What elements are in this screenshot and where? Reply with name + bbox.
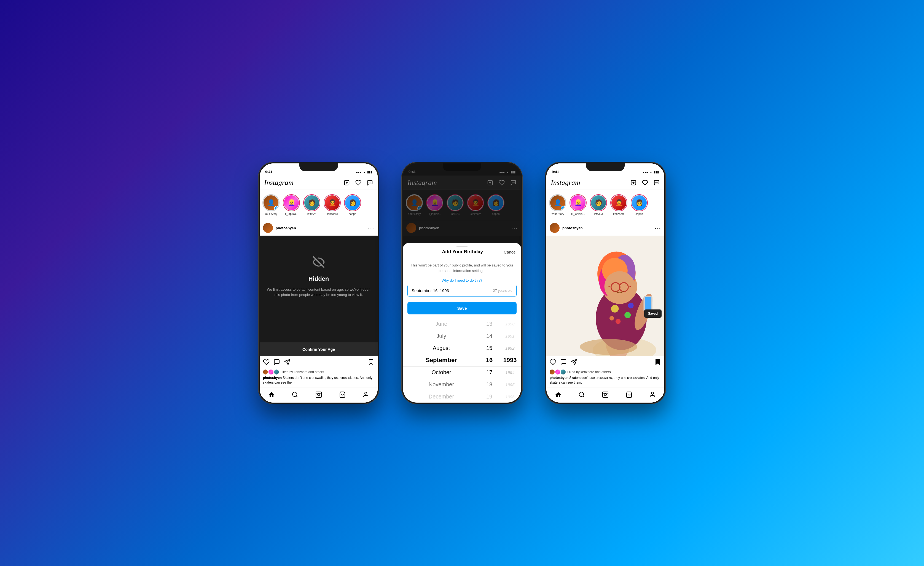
your-story-label-1: Your Story <box>265 213 277 216</box>
profile-nav-1[interactable] <box>363 391 369 399</box>
month-june: June <box>403 318 480 330</box>
svg-point-26 <box>624 312 631 318</box>
story-2-1[interactable]: 👱‍♀️ lil_lapısla... <box>283 194 300 216</box>
messenger-icon-3[interactable] <box>653 180 660 186</box>
profile-nav-3[interactable] <box>649 391 656 399</box>
heart-icon-1[interactable] <box>355 180 362 186</box>
like-av-3-2 <box>555 370 560 374</box>
comment-icon-1[interactable] <box>273 359 280 367</box>
reels-nav-3[interactable] <box>602 391 609 399</box>
reels-nav-1[interactable] <box>315 391 322 399</box>
month-picker[interactable]: June July August September October Novem… <box>403 318 480 403</box>
phones-container: 9:41 ●●● ▲ ▮▮▮ Instagram <box>258 162 666 404</box>
date-picker[interactable]: June July August September October Novem… <box>403 318 521 403</box>
phone-1: 9:41 ●●● ▲ ▮▮▮ Instagram <box>258 162 379 404</box>
svg-point-28 <box>628 302 634 308</box>
story-label-3-1: lofti323 <box>308 213 316 216</box>
heart-icon-3[interactable] <box>642 180 648 186</box>
svg-point-7 <box>292 392 297 397</box>
ig-logo-3: Instagram <box>551 178 580 187</box>
post-likes-3: Liked by kenzoere and others <box>546 370 664 374</box>
add-icon-3[interactable] <box>630 180 637 186</box>
story-2-3[interactable]: 👱‍♀️ lil_lapısla... <box>570 194 586 216</box>
ig-header-icons-1 <box>344 180 373 186</box>
story-4-1[interactable]: 🧑‍🦱 kenzoere <box>324 194 341 216</box>
post-more-3[interactable]: ··· <box>655 225 661 231</box>
share-icon-3[interactable] <box>571 359 577 367</box>
notch-3 <box>586 163 625 171</box>
ig-header-3: Instagram <box>546 175 664 190</box>
share-icon-1[interactable] <box>284 359 291 367</box>
status-icons-3: ●●● ▲ ▮▮▮ <box>642 170 659 174</box>
day-picker[interactable]: 13 14 15 16 17 18 19 <box>480 318 499 403</box>
save-btn[interactable]: Save <box>407 302 517 314</box>
year-1990: 1990 <box>499 318 521 330</box>
post-more-1[interactable]: ··· <box>368 225 374 231</box>
likes-text-3: Liked by kenzoere and others <box>567 370 610 374</box>
like-av-3-1 <box>550 370 555 374</box>
shop-nav-1[interactable] <box>339 391 346 399</box>
story-your-1[interactable]: 👤 + Your Story <box>262 194 279 216</box>
day-15: 15 <box>480 342 499 354</box>
your-story-avatar-3: 👤 + <box>549 194 566 211</box>
like-icon-1[interactable] <box>263 359 270 367</box>
like-icon-3[interactable] <box>550 359 556 367</box>
post-username-3: photosbyen <box>562 226 652 230</box>
year-1993: 1993 <box>499 354 521 366</box>
story-img-4-1: 🧑‍🦱 <box>325 195 340 210</box>
svg-rect-50 <box>603 392 608 397</box>
add-icon-1[interactable] <box>344 180 350 186</box>
likes-text-1: Liked by kenzoere and others <box>280 370 324 374</box>
save-icon-3[interactable] <box>654 359 661 367</box>
year-picker[interactable]: 1990 1991 1992 1993 1994 1995 1996 <box>499 318 521 403</box>
wifi-icon-3: ▲ <box>650 171 652 174</box>
story-avatar-5-1: 👩 <box>344 194 361 211</box>
svg-point-51 <box>604 394 606 396</box>
svg-line-49 <box>583 396 584 397</box>
like-avatars-1 <box>263 370 279 374</box>
svg-point-14 <box>365 392 367 394</box>
search-nav-3[interactable] <box>578 391 585 399</box>
day-14: 14 <box>480 330 499 342</box>
svg-point-55 <box>651 392 654 394</box>
story-3-1[interactable]: 🧑 lofti323 <box>303 194 320 216</box>
comment-icon-3[interactable] <box>560 359 567 367</box>
status-time-1: 9:41 <box>265 170 272 174</box>
story-img-2-3: 👱‍♀️ <box>571 195 585 210</box>
phone-2: 9:41 ●●● ▲ ▮▮▮ Instagram <box>401 162 523 404</box>
save-icon-1[interactable] <box>368 359 374 367</box>
sheet-cancel[interactable]: Cancel <box>504 250 517 255</box>
svg-point-10 <box>318 394 320 396</box>
home-nav-1[interactable] <box>268 391 275 399</box>
story-5-1[interactable]: 👩 sapph <box>344 194 361 216</box>
like-av-3-3 <box>561 370 566 374</box>
sheet-link[interactable]: Why do I need to do this? <box>403 279 521 283</box>
stories-row-3: 👤 + Your Story 👱‍♀️ lil_lapısla... 🧑 lof <box>546 190 664 220</box>
like-av-2 <box>268 370 273 374</box>
messenger-icon-1[interactable] <box>367 180 373 186</box>
confirm-bar[interactable]: Confirm Your Age <box>260 342 378 356</box>
day-18: 18 <box>480 378 499 391</box>
sheet-title: Add Your Birthday <box>421 249 504 255</box>
confirm-age-btn[interactable]: Confirm Your Age <box>302 345 335 354</box>
bottom-nav-1 <box>260 387 378 403</box>
story-4-3[interactable]: 🧑‍🦱 kenzoere <box>610 194 627 216</box>
ig-logo-1: Instagram <box>264 178 294 187</box>
month-october: October <box>403 366 480 378</box>
shop-nav-3[interactable] <box>626 391 632 399</box>
saved-toast: Saved <box>644 310 662 318</box>
story-label-5-1: sapph <box>349 213 356 216</box>
story-your-3[interactable]: 👤 + Your Story <box>549 194 566 216</box>
story-5-3[interactable]: 👩 sapph <box>631 194 648 216</box>
svg-point-25 <box>611 305 619 313</box>
search-nav-1[interactable] <box>292 391 298 399</box>
month-november: November <box>403 378 480 391</box>
story-3-3[interactable]: 🧑 lofti323 <box>590 194 607 216</box>
notch <box>299 163 338 171</box>
birthday-input-row[interactable]: September 16, 1993 27 years old <box>407 284 517 296</box>
post-avatar-1 <box>263 223 273 233</box>
svg-rect-32 <box>645 297 651 311</box>
svg-point-44 <box>580 339 638 355</box>
svg-point-48 <box>579 392 584 397</box>
home-nav-3[interactable] <box>555 391 561 399</box>
